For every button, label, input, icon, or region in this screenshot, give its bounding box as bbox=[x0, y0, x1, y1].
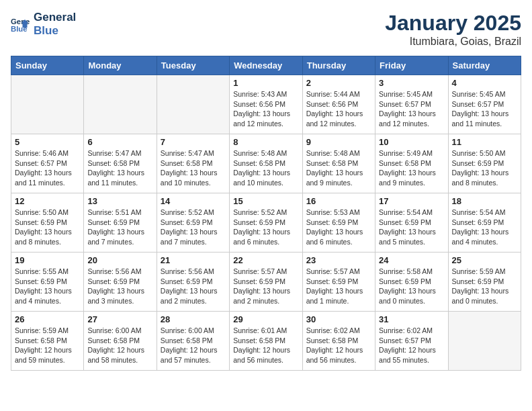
day-number: 24 bbox=[379, 255, 444, 265]
day-info: Sunrise: 5:54 AMSunset: 6:59 PMDaylight:… bbox=[379, 208, 444, 247]
day-number: 4 bbox=[452, 78, 517, 88]
calendar-cell: 8Sunrise: 5:48 AMSunset: 6:58 PMDaylight… bbox=[230, 134, 302, 193]
calendar-cell: 17Sunrise: 5:54 AMSunset: 6:59 PMDayligh… bbox=[375, 193, 448, 253]
calendar-cell: 13Sunrise: 5:51 AMSunset: 6:59 PMDayligh… bbox=[84, 193, 157, 253]
calendar-cell: 26Sunrise: 5:59 AMSunset: 6:58 PMDayligh… bbox=[11, 312, 84, 371]
calendar-cell: 30Sunrise: 6:02 AMSunset: 6:58 PMDayligh… bbox=[302, 312, 375, 371]
logo: General Blue General Blue bbox=[11, 11, 76, 37]
logo-general: General bbox=[34, 11, 76, 24]
day-number: 5 bbox=[15, 137, 80, 147]
day-info: Sunrise: 5:59 AMSunset: 6:58 PMDaylight:… bbox=[15, 326, 80, 365]
day-info: Sunrise: 5:56 AMSunset: 6:59 PMDaylight:… bbox=[161, 267, 226, 306]
day-info: Sunrise: 5:53 AMSunset: 6:59 PMDaylight:… bbox=[306, 208, 371, 247]
day-number: 12 bbox=[15, 196, 80, 206]
calendar-table: SundayMondayTuesdayWednesdayThursdayFrid… bbox=[11, 56, 521, 371]
calendar-cell: 27Sunrise: 6:00 AMSunset: 6:58 PMDayligh… bbox=[84, 312, 157, 371]
calendar-cell: 29Sunrise: 6:01 AMSunset: 6:58 PMDayligh… bbox=[230, 312, 302, 371]
calendar-cell: 11Sunrise: 5:50 AMSunset: 6:59 PMDayligh… bbox=[448, 134, 521, 193]
calendar-cell: 6Sunrise: 5:47 AMSunset: 6:58 PMDaylight… bbox=[84, 134, 157, 193]
day-number: 27 bbox=[87, 314, 152, 324]
calendar-cell: 28Sunrise: 6:00 AMSunset: 6:58 PMDayligh… bbox=[157, 312, 229, 371]
day-number: 25 bbox=[452, 255, 517, 265]
day-number: 28 bbox=[161, 314, 226, 324]
day-number: 6 bbox=[87, 137, 152, 147]
calendar-cell: 24Sunrise: 5:58 AMSunset: 6:59 PMDayligh… bbox=[375, 253, 448, 312]
weekday-header-thursday: Thursday bbox=[302, 56, 375, 75]
day-number: 13 bbox=[87, 196, 152, 206]
day-info: Sunrise: 5:44 AMSunset: 6:56 PMDaylight:… bbox=[306, 89, 371, 129]
calendar-cell bbox=[11, 75, 84, 134]
day-info: Sunrise: 5:47 AMSunset: 6:58 PMDaylight:… bbox=[87, 148, 152, 188]
calendar-cell: 23Sunrise: 5:57 AMSunset: 6:59 PMDayligh… bbox=[302, 253, 375, 312]
calendar-cell: 20Sunrise: 5:56 AMSunset: 6:59 PMDayligh… bbox=[84, 253, 157, 312]
page-header: General Blue General Blue January 2025 I… bbox=[11, 11, 521, 48]
day-number: 8 bbox=[233, 137, 298, 147]
day-number: 31 bbox=[379, 314, 444, 324]
day-number: 15 bbox=[233, 196, 298, 206]
calendar-cell: 2Sunrise: 5:44 AMSunset: 6:56 PMDaylight… bbox=[302, 75, 375, 134]
day-number: 16 bbox=[306, 196, 371, 206]
calendar-cell: 31Sunrise: 6:02 AMSunset: 6:57 PMDayligh… bbox=[375, 312, 448, 371]
day-number: 1 bbox=[233, 78, 298, 88]
calendar-cell: 16Sunrise: 5:53 AMSunset: 6:59 PMDayligh… bbox=[302, 193, 375, 253]
day-number: 30 bbox=[306, 314, 371, 324]
calendar-cell: 19Sunrise: 5:55 AMSunset: 6:59 PMDayligh… bbox=[11, 253, 84, 312]
week-row-3: 12Sunrise: 5:50 AMSunset: 6:59 PMDayligh… bbox=[11, 193, 521, 253]
day-info: Sunrise: 5:56 AMSunset: 6:59 PMDaylight:… bbox=[87, 267, 152, 306]
logo-icon: General Blue bbox=[11, 15, 30, 34]
day-info: Sunrise: 5:50 AMSunset: 6:59 PMDaylight:… bbox=[15, 208, 80, 247]
day-number: 17 bbox=[379, 196, 444, 206]
weekday-header-wednesday: Wednesday bbox=[230, 56, 302, 75]
calendar-cell: 25Sunrise: 5:59 AMSunset: 6:59 PMDayligh… bbox=[448, 253, 521, 312]
logo-blue: Blue bbox=[34, 24, 76, 38]
weekday-header-monday: Monday bbox=[84, 56, 157, 75]
day-info: Sunrise: 6:00 AMSunset: 6:58 PMDaylight:… bbox=[161, 326, 226, 365]
month-title: January 2025 bbox=[385, 11, 521, 36]
calendar-cell: 3Sunrise: 5:45 AMSunset: 6:57 PMDaylight… bbox=[375, 75, 448, 134]
day-info: Sunrise: 6:02 AMSunset: 6:57 PMDaylight:… bbox=[379, 326, 444, 365]
day-number: 9 bbox=[306, 137, 371, 147]
day-info: Sunrise: 5:47 AMSunset: 6:58 PMDaylight:… bbox=[161, 148, 226, 188]
week-row-2: 5Sunrise: 5:46 AMSunset: 6:57 PMDaylight… bbox=[11, 134, 521, 193]
day-info: Sunrise: 6:01 AMSunset: 6:58 PMDaylight:… bbox=[233, 326, 298, 365]
calendar-cell: 14Sunrise: 5:52 AMSunset: 6:59 PMDayligh… bbox=[157, 193, 229, 253]
weekday-header-saturday: Saturday bbox=[448, 56, 521, 75]
day-number: 2 bbox=[306, 78, 371, 88]
day-info: Sunrise: 5:45 AMSunset: 6:57 PMDaylight:… bbox=[379, 89, 444, 129]
day-info: Sunrise: 5:58 AMSunset: 6:59 PMDaylight:… bbox=[379, 267, 444, 306]
day-info: Sunrise: 5:48 AMSunset: 6:58 PMDaylight:… bbox=[233, 148, 298, 188]
weekday-header-tuesday: Tuesday bbox=[157, 56, 229, 75]
day-number: 3 bbox=[379, 78, 444, 88]
day-info: Sunrise: 5:57 AMSunset: 6:59 PMDaylight:… bbox=[233, 267, 298, 306]
calendar-cell: 12Sunrise: 5:50 AMSunset: 6:59 PMDayligh… bbox=[11, 193, 84, 253]
day-info: Sunrise: 5:54 AMSunset: 6:59 PMDaylight:… bbox=[452, 208, 517, 247]
weekday-header-sunday: Sunday bbox=[11, 56, 84, 75]
title-block: January 2025 Itumbiara, Goias, Brazil bbox=[385, 11, 521, 48]
calendar-cell: 18Sunrise: 5:54 AMSunset: 6:59 PMDayligh… bbox=[448, 193, 521, 253]
day-number: 19 bbox=[15, 255, 80, 265]
day-number: 20 bbox=[87, 255, 152, 265]
calendar-cell: 7Sunrise: 5:47 AMSunset: 6:58 PMDaylight… bbox=[157, 134, 229, 193]
day-number: 10 bbox=[379, 137, 444, 147]
calendar-cell: 4Sunrise: 5:45 AMSunset: 6:57 PMDaylight… bbox=[448, 75, 521, 134]
calendar-cell bbox=[84, 75, 157, 134]
day-info: Sunrise: 5:52 AMSunset: 6:59 PMDaylight:… bbox=[233, 208, 298, 247]
calendar-cell: 9Sunrise: 5:48 AMSunset: 6:58 PMDaylight… bbox=[302, 134, 375, 193]
week-row-5: 26Sunrise: 5:59 AMSunset: 6:58 PMDayligh… bbox=[11, 312, 521, 371]
week-row-1: 1Sunrise: 5:43 AMSunset: 6:56 PMDaylight… bbox=[11, 75, 521, 134]
day-info: Sunrise: 5:43 AMSunset: 6:56 PMDaylight:… bbox=[233, 89, 298, 129]
day-number: 29 bbox=[233, 314, 298, 324]
calendar-cell: 15Sunrise: 5:52 AMSunset: 6:59 PMDayligh… bbox=[230, 193, 302, 253]
day-info: Sunrise: 5:55 AMSunset: 6:59 PMDaylight:… bbox=[15, 267, 80, 306]
day-info: Sunrise: 5:50 AMSunset: 6:59 PMDaylight:… bbox=[452, 148, 517, 188]
day-info: Sunrise: 5:51 AMSunset: 6:59 PMDaylight:… bbox=[87, 208, 152, 247]
weekday-header-row: SundayMondayTuesdayWednesdayThursdayFrid… bbox=[11, 56, 521, 75]
calendar-cell bbox=[448, 312, 521, 371]
calendar-cell: 1Sunrise: 5:43 AMSunset: 6:56 PMDaylight… bbox=[230, 75, 302, 134]
calendar-cell: 21Sunrise: 5:56 AMSunset: 6:59 PMDayligh… bbox=[157, 253, 229, 312]
calendar-cell bbox=[157, 75, 229, 134]
day-info: Sunrise: 5:59 AMSunset: 6:59 PMDaylight:… bbox=[452, 267, 517, 306]
day-info: Sunrise: 5:46 AMSunset: 6:57 PMDaylight:… bbox=[15, 148, 80, 188]
day-number: 22 bbox=[233, 255, 298, 265]
day-number: 23 bbox=[306, 255, 371, 265]
